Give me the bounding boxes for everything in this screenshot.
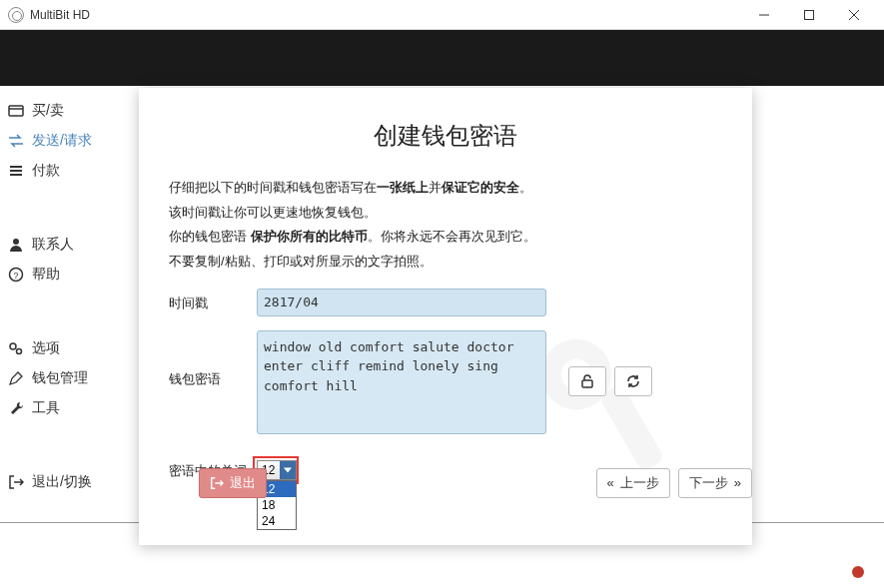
sidebar-item-label: 付款 <box>32 162 60 180</box>
unlock-icon <box>579 373 595 389</box>
list-icon <box>8 163 24 179</box>
app-icon <box>8 7 24 23</box>
svg-point-12 <box>10 343 16 349</box>
dialog-title: 创建钱包密语 <box>169 120 722 152</box>
maximize-button[interactable] <box>786 0 831 30</box>
card-icon <box>8 103 24 119</box>
exit-button[interactable]: 退出 <box>199 468 267 498</box>
wordcount-option[interactable]: 24 <box>258 513 296 529</box>
sidebar-item-payments[interactable]: 付款 <box>6 156 114 186</box>
label-phrase: 钱包密语 <box>169 330 247 388</box>
prev-button[interactable]: « 上一步 <box>596 468 670 498</box>
sidebar: 买/卖 发送/请求 付款 联系人 ? 帮助 选项 <box>0 86 120 588</box>
unlock-button[interactable] <box>568 366 606 396</box>
sidebar-item-contacts[interactable]: 联系人 <box>6 230 114 260</box>
svg-rect-17 <box>582 380 592 387</box>
instruction-line-2: 该时间戳让你可以更速地恢复钱包。 <box>169 201 722 226</box>
exit-label: 退出 <box>230 474 256 492</box>
sidebar-item-wallet-manage[interactable]: 钱包管理 <box>6 363 114 393</box>
next-label: 下一步 <box>689 474 728 492</box>
transfer-icon <box>8 133 24 149</box>
sidebar-item-options[interactable]: 选项 <box>6 333 114 363</box>
titlebar: MultiBit HD <box>0 0 884 30</box>
status-indicator <box>852 566 864 578</box>
label-timestamp: 时间戳 <box>169 289 247 312</box>
wordcount-option[interactable]: 18 <box>258 497 296 513</box>
help-icon: ? <box>8 267 24 283</box>
refresh-icon <box>625 373 641 389</box>
sidebar-item-label: 帮助 <box>32 266 60 284</box>
sidebar-item-label: 退出/切换 <box>32 473 92 491</box>
close-button[interactable] <box>831 0 876 30</box>
window-title: MultiBit HD <box>30 8 741 22</box>
prev-label: 上一步 <box>620 474 659 492</box>
instruction-line-3: 你的钱包密语 保护你所有的比特币。你将永远不会再次见到它。 <box>169 225 722 250</box>
phrase-textarea[interactable] <box>257 330 546 434</box>
timestamp-input[interactable] <box>257 289 546 316</box>
refresh-button[interactable] <box>614 366 652 396</box>
sidebar-item-tools[interactable]: 工具 <box>6 393 114 423</box>
edit-icon <box>8 370 24 386</box>
sidebar-item-label: 选项 <box>32 339 60 357</box>
gears-icon <box>8 340 24 356</box>
sidebar-item-label: 工具 <box>32 399 60 417</box>
instruction-line-4: 不要复制/粘贴、打印或对所显示的文字拍照。 <box>169 250 722 275</box>
sidebar-item-label: 钱包管理 <box>32 369 88 387</box>
next-button[interactable]: 下一步 » <box>678 468 752 498</box>
sidebar-item-sendrequest[interactable]: 发送/请求 <box>6 126 114 156</box>
wrench-icon <box>8 400 24 416</box>
signout-icon <box>8 474 24 490</box>
user-icon <box>8 237 24 253</box>
signout-icon <box>210 476 224 490</box>
svg-rect-4 <box>9 106 23 116</box>
sidebar-item-exit[interactable]: 退出/切换 <box>6 467 114 497</box>
header-band <box>0 30 884 86</box>
chevrons-right: » <box>734 475 741 490</box>
sidebar-item-help[interactable]: ? 帮助 <box>6 260 114 290</box>
instruction-line-1: 仔细把以下的时间戳和钱包密语写在一张纸上并保证它的安全。 <box>169 176 722 201</box>
create-phrase-dialog: 创建钱包密语 仔细把以下的时间戳和钱包密语写在一张纸上并保证它的安全。 该时间戳… <box>139 88 752 545</box>
sidebar-item-label: 发送/请求 <box>32 132 92 150</box>
sidebar-item-label: 买/卖 <box>32 102 64 120</box>
sidebar-item-label: 联系人 <box>32 236 74 254</box>
sidebar-item-buysell[interactable]: 买/卖 <box>6 96 114 126</box>
minimize-button[interactable] <box>741 0 786 30</box>
chevrons-left: « <box>607 475 614 490</box>
svg-text:?: ? <box>13 271 18 281</box>
svg-rect-1 <box>804 10 813 19</box>
svg-point-9 <box>13 239 19 245</box>
svg-point-13 <box>17 349 22 354</box>
